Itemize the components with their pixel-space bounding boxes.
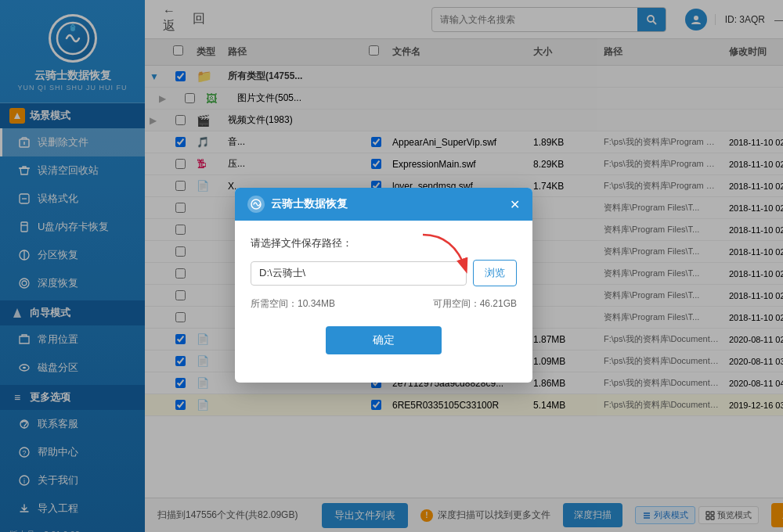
dialog-body: 请选择文件保存路径： 浏览 所需空间：10.34MB 可用空间：46.21GB … xyxy=(235,221,532,383)
dialog-header: 云骑士数据恢复 ✕ xyxy=(235,188,532,221)
dialog-space-row: 所需空间：10.34MB 可用空间：46.21GB xyxy=(251,297,517,311)
dialog-overlay: 云骑士数据恢复 ✕ 请选择文件保存路径： 浏览 所需空间：10.34MB 可用空… xyxy=(0,0,783,532)
confirm-button[interactable]: 确定 xyxy=(326,326,442,354)
dialog-path-row: 浏览 xyxy=(251,260,517,286)
dialog-label: 请选择文件保存路径： xyxy=(251,236,517,250)
space-needed: 所需空间：10.34MB xyxy=(251,297,335,311)
browse-button[interactable]: 浏览 xyxy=(473,260,517,286)
save-path-dialog: 云骑士数据恢复 ✕ 请选择文件保存路径： 浏览 所需空间：10.34MB 可用空… xyxy=(235,188,532,383)
dialog-header-left: 云骑士数据恢复 xyxy=(247,196,348,213)
space-available: 可用空间：46.21GB xyxy=(433,297,517,311)
dialog-close-button[interactable]: ✕ xyxy=(510,197,520,212)
dialog-title: 云骑士数据恢复 xyxy=(271,197,348,211)
dialog-path-input[interactable] xyxy=(251,261,467,286)
dialog-footer: 确定 xyxy=(251,326,517,370)
dialog-logo-icon xyxy=(247,196,265,213)
